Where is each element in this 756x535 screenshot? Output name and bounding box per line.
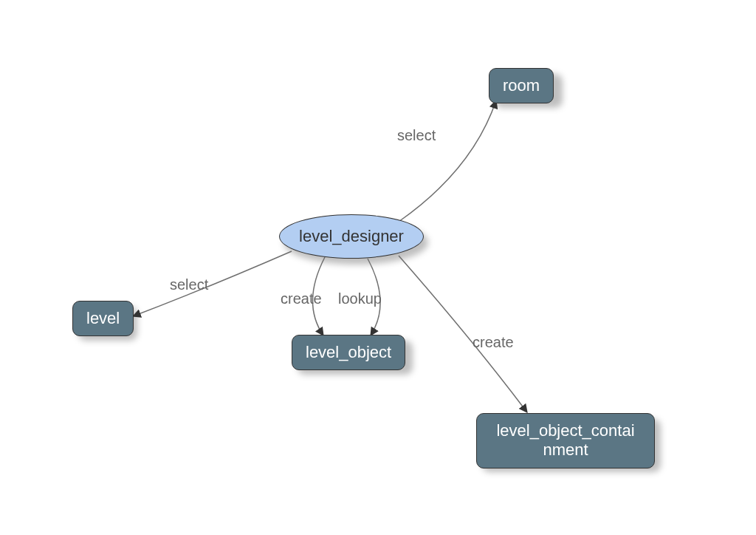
node-label: level_designer [299,227,404,246]
node-label: level [86,309,120,328]
node-label: level_object [306,343,391,362]
edge-to-level [133,251,292,316]
edge-label-containment: create [472,334,514,351]
node-room[interactable]: room [489,68,554,103]
node-level-object-containment[interactable]: level_object_contai nment [476,413,655,468]
node-level-designer[interactable]: level_designer [279,214,424,259]
edge-label-level: select [170,276,208,293]
node-label: room [503,76,540,95]
edge-label-create: create [281,290,322,307]
edge-to-room [399,100,496,222]
edge-label-lookup: lookup [338,290,382,307]
node-level-object[interactable]: level_object [292,335,405,370]
node-label: level_object_contai nment [496,421,634,460]
node-level[interactable]: level [72,301,134,336]
edge-label-room: select [397,127,436,144]
